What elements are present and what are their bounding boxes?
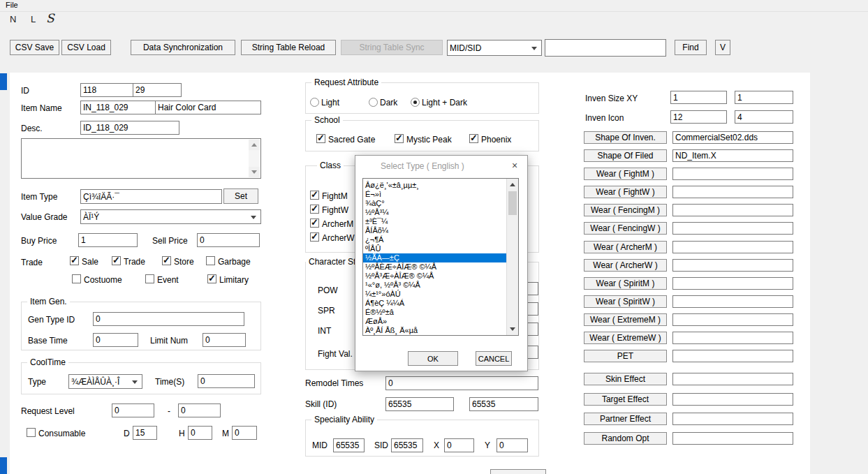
- inven-icon-field-1[interactable]: 12: [670, 110, 727, 124]
- type-list-item[interactable]: ºÎÅÛ: [363, 244, 506, 253]
- dialog-close-button[interactable]: ×: [508, 159, 521, 172]
- limitary-checkbox[interactable]: [207, 274, 216, 283]
- type-list-item[interactable]: ½ºÅ³¼: [363, 208, 506, 217]
- wear-fencingm-field[interactable]: [672, 204, 793, 216]
- cooltime-type-select[interactable]: ¾ÆÀÌÅÛÀ¸·Î: [68, 374, 142, 389]
- skin-effect-button[interactable]: Skin Effect: [584, 373, 667, 385]
- scrollbar-thumb[interactable]: [508, 191, 517, 215]
- partner-effect-button[interactable]: Partner Effect: [584, 413, 667, 425]
- wear-spiritm-button[interactable]: Wear ( SpiritM ): [584, 277, 667, 290]
- light-radio-label[interactable]: Light: [321, 98, 339, 108]
- random-opt-button[interactable]: Random Opt: [584, 432, 667, 445]
- wear-fencingm-button[interactable]: Wear ( FencingM ): [584, 204, 667, 216]
- find-button[interactable]: Find: [675, 40, 707, 55]
- wear-spiritw-field[interactable]: [672, 295, 793, 308]
- limit-num-field[interactable]: 0: [203, 333, 246, 347]
- phoenix-label[interactable]: Phoenix: [481, 135, 511, 145]
- target-effect-field[interactable]: [672, 393, 793, 406]
- type-list-item[interactable]: ¼±¹°»óÀÚ: [363, 290, 506, 299]
- listbox-scrollbar[interactable]: [506, 179, 518, 335]
- string-table-reload-button[interactable]: String Table Reload: [241, 40, 336, 55]
- desc-textarea[interactable]: [21, 138, 261, 179]
- skill-id-field-2[interactable]: 65535: [469, 397, 538, 411]
- shape-of-filed-button[interactable]: Shape Of Filed: [584, 149, 667, 162]
- buy-price-field[interactable]: 1: [78, 233, 138, 247]
- remodel-times-field[interactable]: 0: [385, 376, 538, 390]
- mystic-peak-label[interactable]: Mystic Peak: [406, 135, 452, 145]
- scroll-down-button[interactable]: [507, 323, 518, 335]
- wear-archerw-button[interactable]: Wear ( ArcherW ): [584, 259, 667, 272]
- mid-field[interactable]: 65535: [333, 438, 365, 452]
- type-list-item[interactable]: ±³È¯¼: [363, 217, 506, 226]
- inven-size-y-field[interactable]: 1: [735, 91, 793, 104]
- m-field[interactable]: 0: [232, 426, 257, 440]
- type-list-item[interactable]: ½ºÅÈÆ÷ÀÎÆ® ©¼Å: [363, 262, 506, 272]
- mystic-peak-checkbox[interactable]: [395, 134, 404, 143]
- type-list-item[interactable]: Àº¸ÅÍ Åß¸ Ä«µå: [363, 326, 506, 335]
- shape-of-inven-field[interactable]: CommercialSet02.dds: [672, 131, 793, 144]
- light-dark-radio-label[interactable]: Light + Dark: [422, 98, 467, 108]
- event-checkbox-label[interactable]: Event: [157, 275, 179, 285]
- scroll-up-button[interactable]: [249, 140, 260, 150]
- wear-fightm-button[interactable]: Wear ( FightM ): [584, 168, 667, 180]
- d-field[interactable]: 15: [133, 426, 157, 440]
- data-sync-button[interactable]: Data Synchronization: [131, 40, 235, 55]
- shape-of-filed-field[interactable]: ND_Item.X: [672, 149, 793, 162]
- archerw-checkbox[interactable]: [310, 232, 319, 242]
- x-field[interactable]: 0: [444, 438, 474, 452]
- type-list-item[interactable]: ¹«°ø, ½ºÅ³ ©¼Å: [363, 281, 506, 290]
- type-list-item[interactable]: ½ºÅ³Æ÷ÀÎÆ® ©¼Å: [363, 272, 506, 281]
- format-letter-s[interactable]: S: [46, 11, 54, 25]
- wear-fightm-field[interactable]: [672, 168, 793, 180]
- wear-fencingw-field[interactable]: [672, 222, 793, 235]
- type-list-item[interactable]: É®½º±â: [363, 308, 506, 317]
- type-list-item[interactable]: ½ÃÀ—±Ç: [363, 253, 506, 262]
- archerw-label[interactable]: ArcherW: [322, 233, 355, 243]
- scroll-down-button[interactable]: [249, 167, 260, 177]
- sacred-gate-checkbox[interactable]: [316, 134, 325, 143]
- wear-extremew-field[interactable]: [672, 332, 793, 344]
- light-dark-radio[interactable]: [411, 98, 420, 107]
- csv-save-button[interactable]: CSV Save: [10, 40, 59, 55]
- target-effect-button[interactable]: Target Effect: [584, 393, 667, 406]
- dark-radio-label[interactable]: Dark: [380, 98, 397, 108]
- archerm-checkbox[interactable]: [310, 219, 319, 228]
- v-button[interactable]: V: [715, 40, 730, 55]
- wear-spiritw-button[interactable]: Wear ( SpiritW ): [584, 295, 667, 308]
- format-letter-n[interactable]: N: [10, 14, 16, 24]
- type-list-item[interactable]: ¿¬¶Á: [363, 235, 506, 244]
- wear-extremem-field[interactable]: [672, 313, 793, 326]
- wear-archerm-field[interactable]: [672, 241, 793, 253]
- wear-extremew-button[interactable]: Wear ( ExtremeW ): [584, 332, 667, 344]
- event-checkbox[interactable]: [145, 274, 154, 283]
- phoenix-checkbox[interactable]: [469, 134, 478, 143]
- wear-fightw-field[interactable]: [672, 186, 793, 198]
- costuome-checkbox[interactable]: [72, 274, 81, 283]
- request-level-max-field[interactable]: 0: [178, 403, 221, 417]
- partner-effect-field[interactable]: [672, 413, 793, 425]
- consumable-label[interactable]: Consumable: [38, 429, 85, 438]
- trade-checkbox-label[interactable]: Trade: [124, 257, 145, 267]
- wear-spiritm-field[interactable]: [672, 277, 793, 290]
- garbage-checkbox-label[interactable]: Garbage: [218, 257, 251, 267]
- partial-button[interactable]: [490, 469, 546, 474]
- wear-fightw-button[interactable]: Wear ( FightW ): [584, 186, 667, 198]
- sid-field[interactable]: 65535: [391, 438, 423, 452]
- y-field[interactable]: 0: [496, 438, 528, 452]
- id-field-2[interactable]: 29: [133, 83, 182, 97]
- value-grade-select[interactable]: ÀÏ¹Ý: [80, 209, 261, 224]
- skin-effect-field[interactable]: [672, 373, 793, 385]
- desc-id-field[interactable]: ID_118_029: [80, 121, 179, 135]
- random-opt-field[interactable]: [672, 432, 793, 445]
- trade-checkbox[interactable]: [112, 256, 121, 265]
- base-time-field[interactable]: 0: [93, 333, 138, 347]
- pet-button[interactable]: PET: [584, 350, 667, 362]
- garbage-checkbox[interactable]: [206, 256, 215, 265]
- item-name-field[interactable]: Hair Color Card: [155, 101, 261, 114]
- wear-archerm-button[interactable]: Wear ( ArcherM ): [584, 241, 667, 253]
- sacred-gate-label[interactable]: Sacred Gate: [328, 135, 375, 145]
- fightw-label[interactable]: FightW: [322, 205, 348, 215]
- h-field[interactable]: 0: [188, 426, 212, 440]
- skill-id-field-1[interactable]: 65535: [385, 397, 454, 411]
- wear-archerw-field[interactable]: [672, 259, 793, 272]
